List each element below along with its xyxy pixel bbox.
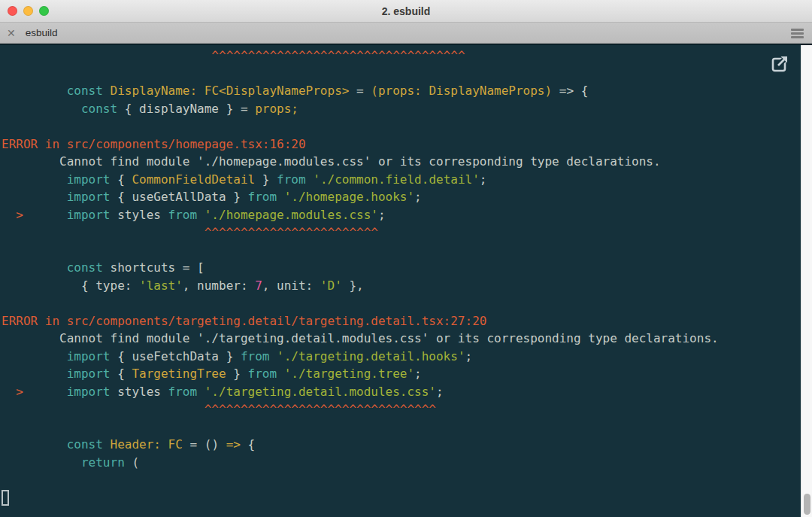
terminal-line	[2, 489, 800, 507]
terminal-line: import { useGetAllData } from './homepag…	[2, 188, 800, 206]
terminal-line: ^^^^^^^^^^^^^^^^^^^^^^^^^^^^^^^^	[2, 400, 800, 418]
terminal-output: ^^^^^^^^^^^^^^^^^^^^^^^^^^^^^^^^^^^ cons…	[2, 47, 800, 506]
terminal[interactable]: ^^^^^^^^^^^^^^^^^^^^^^^^^^^^^^^^^^^ cons…	[0, 44, 812, 517]
terminal-line: ^^^^^^^^^^^^^^^^^^^^^^^^^^^^^^^^^^^	[2, 47, 800, 65]
open-external-button[interactable]	[770, 53, 791, 74]
terminal-line: const { displayName } = props;	[2, 100, 800, 118]
terminal-line	[2, 294, 800, 312]
close-tab-icon[interactable]: ✕	[7, 28, 16, 38]
terminal-line: const Header: FC = () => {	[2, 436, 800, 454]
tab-bar: ✕ esbuild	[0, 23, 812, 44]
terminal-line	[2, 242, 800, 260]
terminal-line	[2, 471, 800, 489]
terminal-line: > import styles from './targeting.detail…	[2, 383, 800, 401]
titlebar: 2. esbuild	[0, 0, 812, 23]
terminal-line: const shortcuts = [	[2, 259, 800, 277]
menu-icon[interactable]	[791, 29, 804, 38]
terminal-line: const DisplayName: FC<DisplayNameProps> …	[2, 82, 800, 100]
terminal-line: return (	[2, 454, 800, 472]
terminal-line	[2, 117, 800, 135]
terminal-line: ERROR in src/components/homepage.tsx:16:…	[2, 135, 800, 154]
scrollbar[interactable]	[801, 45, 812, 517]
terminal-line: > import styles from './homepage.modules…	[2, 206, 800, 224]
terminal-line: { type: 'last', number: 7, unit: 'D' },	[2, 277, 800, 295]
terminal-line: import { CommonFieldDetail } from './com…	[2, 171, 800, 189]
tab-esbuild[interactable]: esbuild	[26, 27, 58, 38]
window-title: 2. esbuild	[0, 0, 812, 23]
terminal-line: Cannot find module './homepage.modules.c…	[2, 153, 800, 171]
open-in-external-window-icon	[770, 53, 791, 74]
terminal-line: import { TargetingTree } from './targeti…	[2, 365, 800, 383]
terminal-line: import { useFetchData } from './targetin…	[2, 348, 800, 366]
terminal-window: 2. esbuild ✕ esbuild ^^^^^^^^^^^^^^^^^^^…	[0, 0, 812, 517]
terminal-line	[2, 418, 800, 436]
terminal-line: Cannot find module './targeting.detail.m…	[2, 330, 800, 348]
terminal-line	[2, 65, 800, 83]
terminal-line: ERROR in src/components/targeting.detail…	[2, 312, 800, 330]
terminal-line: ^^^^^^^^^^^^^^^^^^^^^^^^	[2, 224, 800, 242]
terminal-cursor	[2, 490, 9, 506]
scrollbar-thumb[interactable]	[804, 494, 810, 515]
